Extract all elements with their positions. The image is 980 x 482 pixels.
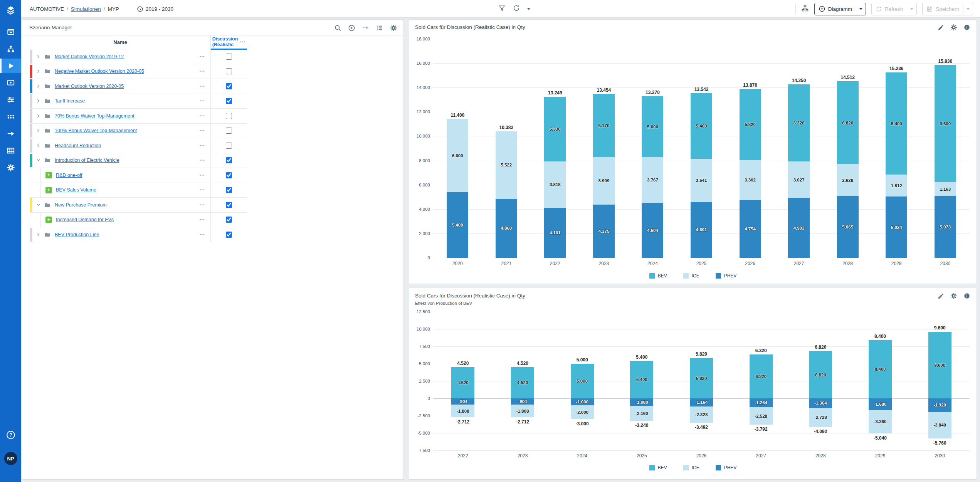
chevron-icon[interactable] [35,232,42,237]
save-button[interactable]: Speichern [922,3,973,15]
bar-segment-BEV[interactable]: 6.820 [809,351,832,398]
row-menu-button[interactable]: ••• [194,84,210,88]
layout-button[interactable] [801,4,809,13]
bar-segment-PHEV[interactable]: 5.073 [935,196,956,258]
move-scenario-button[interactable] [362,24,370,32]
bar-segment-ICE[interactable]: -1.808 [511,405,534,417]
bar-segment-BEV[interactable]: 5.000 [642,96,663,157]
scenario-checkbox[interactable] [226,68,232,74]
bar-segment-ICE[interactable]: 5.522 [496,131,517,198]
chart-info-button[interactable] [963,24,970,31]
sidebar-item-archive[interactable] [0,25,21,39]
scenario-checkbox[interactable] [226,202,232,208]
chart-settings-button[interactable] [950,24,957,31]
chevron-icon[interactable] [35,84,42,89]
scenario-checkbox[interactable] [226,217,232,223]
row-menu-button[interactable]: ••• [194,188,210,192]
bar-segment-PHEV[interactable]: -1.920 [928,398,951,412]
row-menu-button[interactable]: ••• [194,173,210,177]
row-menu-button[interactable]: ••• [194,203,210,207]
bar-segment-BEV[interactable]: 5.820 [740,89,761,160]
chevron-icon[interactable] [35,69,42,74]
bar-segment-ICE[interactable]: 6.000 [447,119,468,192]
bar-segment-BEV[interactable]: 5.170 [593,94,615,157]
refresh-view-button[interactable] [513,4,520,13]
legend-item-PHEV[interactable]: PHEV [716,465,737,470]
add-scenario-button[interactable] [348,24,355,32]
bar-segment-BEV[interactable]: 4.520 [451,367,474,398]
bar-segment-ICE[interactable]: -3.360 [869,410,892,433]
bar-segment-BEV[interactable]: 8.400 [886,72,907,175]
scenario-link[interactable]: 100% Bonus Waiver Top-Management [55,128,137,133]
scenario-link[interactable]: Market Outlook Version 2020-05 [55,84,124,89]
column-header-name[interactable]: Name [30,35,210,49]
chevron-icon[interactable] [35,54,42,59]
bar-segment-ICE[interactable]: 3.027 [788,161,810,198]
bar-segment-PHEV[interactable]: 5.400 [447,192,468,258]
avatar[interactable]: NP [4,452,17,465]
chevron-icon[interactable] [35,143,42,148]
bar-segment-ICE[interactable]: -1.808 [451,405,474,417]
row-menu-button[interactable]: ••• [194,114,210,118]
bar-segment-PHEV[interactable]: -904 [451,398,474,405]
bar-segment-PHEV[interactable]: 4.754 [740,200,761,258]
chevron-icon[interactable] [35,128,42,133]
bar-segment-ICE[interactable]: -2.160 [630,406,653,421]
bar-segment-BEV[interactable]: 6.820 [837,81,859,164]
bar-segment-PHEV[interactable]: 4.504 [642,203,663,258]
help-button[interactable]: ? [0,428,21,442]
bar-segment-BEV[interactable]: 9.600 [928,332,951,398]
row-menu-button[interactable]: ••• [194,69,210,73]
chart-info-button[interactable] [963,292,970,299]
row-menu-button[interactable]: ••• [194,218,210,222]
bar-segment-ICE[interactable]: -2.000 [571,405,594,419]
bar-segment-BEV[interactable]: 5.400 [691,93,712,159]
bar-segment-ICE[interactable]: -2.728 [809,408,832,427]
save-caret[interactable] [963,3,973,15]
bar-segment-BEV[interactable]: 6.320 [750,354,773,398]
legend-item-ICE[interactable]: ICE [683,465,699,470]
bar-segment-PHEV[interactable]: -1.164 [690,398,713,406]
bar-segment-PHEV[interactable]: 4.903 [788,198,810,258]
bar-segment-BEV[interactable]: 5.000 [571,364,594,398]
bar-segment-PHEV[interactable]: 4.101 [544,208,566,258]
legend-item-ICE[interactable]: ICE [683,273,699,279]
scenario-checkbox[interactable] [226,143,232,149]
bar-segment-ICE[interactable]: -3.840 [928,412,951,438]
sidebar-item-presentations[interactable] [0,76,21,90]
bar-segment-BEV[interactable]: 5.820 [690,358,713,398]
scenario-link[interactable]: Headcount Reduction [55,143,101,148]
bar-segment-ICE[interactable]: 3.909 [593,157,615,205]
sidebar-item-exports[interactable] [0,126,21,141]
scenario-link[interactable]: Negative Market Outlook Version 2020-05 [55,69,144,74]
chevron-icon[interactable] [35,113,42,119]
view-options-caret[interactable] [527,8,530,10]
bar-segment-PHEV[interactable]: 4.601 [691,202,712,258]
chart-settings-button[interactable] [950,292,957,299]
refresh-caret[interactable] [907,3,916,15]
column-header-discussion[interactable]: Discussion (Realistic ••• [210,35,247,50]
scenario-checkbox[interactable] [226,187,232,193]
bar-segment-PHEV[interactable]: -1.000 [571,398,594,405]
bar-segment-PHEV[interactable]: -1.364 [809,398,832,408]
sidebar-item-dataflows[interactable] [0,109,21,124]
edit-chart-button[interactable] [938,293,944,299]
scenario-link[interactable]: BEV Sales Volume [56,187,96,193]
bar-segment-ICE[interactable]: 1.812 [886,175,907,196]
bar-segment-ICE[interactable]: 2.628 [837,164,859,196]
row-menu-button[interactable]: ••• [194,55,210,59]
legend-item-BEV[interactable]: BEV [649,465,667,470]
bar-segment-BEV[interactable]: 4.520 [511,367,534,398]
row-menu-button[interactable]: ••• [194,144,210,148]
legend-item-BEV[interactable]: BEV [649,273,667,279]
user-menu[interactable]: NP [0,451,21,466]
bar-segment-PHEV[interactable]: 5.024 [886,196,907,258]
bar-segment-PHEV[interactable]: -1.080 [630,398,653,406]
scenario-link[interactable]: 70% Bonus Waiver Top-Management [55,113,134,119]
scenario-link[interactable]: Increased Demand for EVs [56,217,114,222]
bar-segment-ICE[interactable]: 3.541 [691,159,712,202]
bar-segment-ICE[interactable]: 3.818 [544,161,566,208]
scenario-link[interactable]: Market Outlook Version 2019-12 [55,54,124,59]
scenario-checkbox[interactable] [226,113,232,119]
chevron-icon[interactable] [36,202,41,208]
